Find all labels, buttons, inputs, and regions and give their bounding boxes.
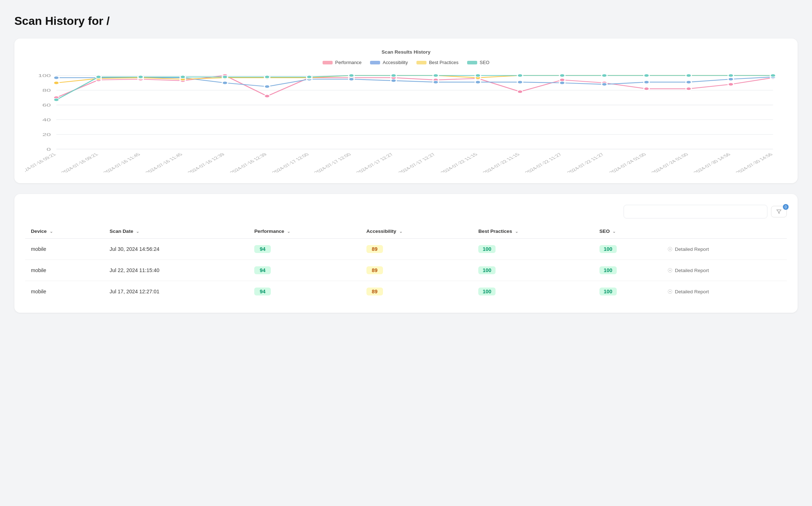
table-row: mobile Jul 30, 2024 14:56:24 94 89 100 1…: [25, 239, 787, 260]
cell-date-2: Jul 17, 2024 12:27:01: [104, 281, 249, 302]
cell-date-0: Jul 30, 2024 14:56:24: [104, 239, 249, 260]
svg-point-93: [433, 74, 438, 77]
svg-point-41: [517, 90, 523, 93]
scan-history-table: Device ⌄ Scan Date ⌄ Performance ⌄ Acces…: [25, 224, 787, 302]
svg-text:2024-07-16 09:21: 2024-07-16 09:21: [60, 152, 100, 172]
chart-legend: Performance Accessibility Best Practices…: [25, 60, 787, 65]
cell-device-0: mobile: [25, 239, 104, 260]
svg-text:2024-07-16 12:39: 2024-07-16 12:39: [228, 152, 268, 172]
svg-point-61: [602, 83, 607, 86]
filter-button[interactable]: 0: [771, 206, 787, 217]
svg-point-101: [770, 74, 776, 77]
cell-device-2: mobile: [25, 281, 104, 302]
sort-performance-icon: ⌄: [287, 229, 290, 234]
cell-seo-1: 100: [594, 260, 662, 281]
svg-text:2024-07-22 11:15: 2024-07-22 11:15: [439, 152, 479, 172]
cell-performance-0: 94: [248, 239, 360, 260]
svg-point-95: [517, 74, 523, 77]
svg-text:0: 0: [46, 147, 51, 152]
svg-point-89: [264, 76, 270, 79]
cell-device-1: mobile: [25, 260, 104, 281]
detailed-report-btn-0[interactable]: ☉ Detailed Report: [667, 246, 781, 253]
detailed-report-btn-1[interactable]: ☉ Detailed Report: [667, 267, 781, 274]
search-input[interactable]: [624, 205, 767, 218]
sort-seo-icon: ⌄: [612, 229, 616, 234]
col-performance[interactable]: Performance ⌄: [248, 224, 360, 239]
svg-point-57: [433, 81, 438, 84]
svg-point-86: [138, 76, 143, 79]
svg-text:2024-07-17 12:27: 2024-07-17 12:27: [397, 152, 437, 172]
col-device[interactable]: Device ⌄: [25, 224, 104, 239]
eye-icon: ☉: [667, 267, 672, 274]
svg-point-88: [222, 76, 228, 79]
svg-point-52: [222, 81, 228, 85]
col-best-practices[interactable]: Best Practices ⌄: [473, 224, 594, 239]
svg-point-84: [54, 98, 59, 101]
table-card: 0 Device ⌄ Scan Date ⌄ Performance ⌄ Acc…: [14, 194, 798, 313]
svg-point-85: [96, 76, 101, 79]
svg-point-91: [349, 74, 354, 77]
chart-card: Scan Results History Performance Accessi…: [14, 39, 798, 183]
cell-date-1: Jul 22, 2024 11:15:40: [104, 260, 249, 281]
table-toolbar: 0: [25, 205, 787, 218]
report-label: Detailed Report: [675, 268, 709, 273]
svg-text:2024-07-30 14:56: 2024-07-30 14:56: [692, 152, 732, 172]
svg-point-59: [517, 81, 523, 84]
col-seo[interactable]: SEO ⌄: [594, 224, 662, 239]
svg-point-58: [475, 81, 480, 84]
eye-icon: ☉: [667, 246, 672, 253]
cell-accessibility-2: 89: [361, 281, 473, 302]
col-accessibility[interactable]: Accessibility ⌄: [361, 224, 473, 239]
report-label: Detailed Report: [675, 247, 709, 252]
svg-text:20: 20: [42, 132, 51, 137]
cell-performance-1: 94: [248, 260, 360, 281]
eye-icon: ☉: [667, 288, 672, 295]
svg-point-92: [391, 74, 396, 77]
svg-point-48: [54, 76, 59, 80]
svg-text:100: 100: [38, 73, 51, 78]
cell-action-1[interactable]: ☉ Detailed Report: [662, 260, 787, 281]
svg-point-94: [475, 74, 480, 77]
col-scan-date[interactable]: Scan Date ⌄: [104, 224, 249, 239]
svg-text:2024-07-22 11:27: 2024-07-22 11:27: [523, 152, 563, 172]
cell-performance-2: 94: [248, 281, 360, 302]
search-wrap[interactable]: [624, 205, 767, 218]
svg-text:2024-07-30 14:56: 2024-07-30 14:56: [734, 152, 774, 172]
table-header: Device ⌄ Scan Date ⌄ Performance ⌄ Acces…: [25, 224, 787, 239]
svg-text:40: 40: [42, 117, 51, 122]
svg-point-44: [644, 87, 649, 90]
svg-text:60: 60: [42, 103, 51, 108]
detailed-report-btn-2[interactable]: ☉ Detailed Report: [667, 288, 781, 295]
svg-text:2024-07-22 11:27: 2024-07-22 11:27: [566, 152, 606, 172]
svg-point-99: [686, 74, 691, 77]
cell-bp-2: 100: [473, 281, 594, 302]
svg-text:2024-07-17 12:27: 2024-07-17 12:27: [355, 152, 395, 172]
svg-point-87: [180, 76, 186, 79]
svg-text:2024-07-16 09:21: 2024-07-16 09:21: [25, 152, 57, 172]
chart-area: 0204060801002024-07-16 09:212024-07-16 0…: [25, 72, 787, 172]
sort-device-icon: ⌄: [50, 229, 53, 234]
legend-seo: SEO: [467, 60, 489, 65]
cell-bp-1: 100: [473, 260, 594, 281]
legend-best-practices: Best Practices: [416, 60, 459, 65]
filter-icon: [776, 209, 781, 214]
svg-text:2024-07-24 01:00: 2024-07-24 01:00: [650, 152, 690, 172]
chart-title: Scan Results History: [25, 49, 787, 55]
table-row: mobile Jul 17, 2024 12:27:01 94 89 100 1…: [25, 281, 787, 302]
page-title: Scan History for /: [14, 14, 798, 28]
svg-point-64: [728, 78, 734, 81]
svg-text:2024-07-24 01:00: 2024-07-24 01:00: [608, 152, 648, 172]
svg-text:2024-07-22 11:15: 2024-07-22 11:15: [481, 152, 521, 172]
cell-action-2[interactable]: ☉ Detailed Report: [662, 281, 787, 302]
cell-bp-0: 100: [473, 239, 594, 260]
svg-point-56: [391, 79, 396, 82]
cell-action-0[interactable]: ☉ Detailed Report: [662, 239, 787, 260]
svg-text:2024-07-17 12:00: 2024-07-17 12:00: [313, 152, 352, 172]
svg-point-55: [349, 78, 354, 81]
svg-point-63: [686, 81, 691, 84]
svg-point-100: [728, 74, 734, 77]
table-row: mobile Jul 22, 2024 11:15:40 94 89 100 1…: [25, 260, 787, 281]
svg-point-45: [686, 87, 691, 90]
svg-point-53: [264, 85, 270, 88]
svg-text:80: 80: [42, 88, 51, 93]
